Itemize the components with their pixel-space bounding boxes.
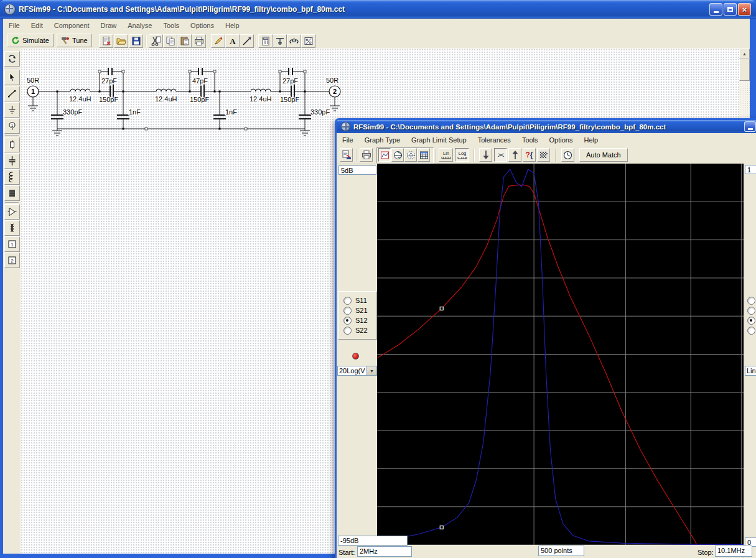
stop-frequency-field[interactable]: 10.1MHz bbox=[715, 546, 752, 557]
gmenu-graph-limit-setup[interactable]: Graph Limit Setup bbox=[406, 134, 472, 146]
gmenu-tolerances[interactable]: Tolerances bbox=[472, 134, 516, 146]
log-scale-button[interactable]: Log bbox=[455, 148, 469, 162]
scrollbar-thumb[interactable] bbox=[739, 58, 750, 81]
scale-up-button[interactable] bbox=[508, 148, 521, 162]
lin-scale-button[interactable]: Lin bbox=[439, 148, 453, 162]
left-axis-min-field[interactable]: -95dB bbox=[338, 536, 408, 546]
menu-tools[interactable]: Tools bbox=[157, 20, 185, 31]
menu-analyse[interactable]: Analyse bbox=[122, 20, 157, 31]
transmission-line-calc-button[interactable] bbox=[273, 34, 287, 48]
close-button[interactable]: × bbox=[738, 3, 751, 16]
polar-chart-button[interactable] bbox=[404, 148, 417, 162]
paste-button[interactable] bbox=[177, 34, 192, 48]
right-panel bbox=[744, 164, 756, 558]
coil-calc-button[interactable] bbox=[287, 34, 301, 48]
resistor-tool[interactable] bbox=[4, 137, 20, 152]
new-button[interactable] bbox=[99, 34, 113, 48]
main-titlebar[interactable]: RFSim99 - C:\Documents and Settings\Adam… bbox=[0, 0, 756, 19]
transformer-tool[interactable] bbox=[4, 220, 20, 236]
rotate-tool[interactable] bbox=[4, 51, 20, 67]
graph-minimize-button[interactable] bbox=[744, 121, 756, 132]
rect-graph-button[interactable] bbox=[378, 148, 391, 162]
draw-button[interactable] bbox=[211, 34, 225, 48]
calculator-button[interactable] bbox=[258, 34, 273, 48]
inductor-tool[interactable] bbox=[4, 169, 20, 185]
block2-tool[interactable]: 2 bbox=[4, 253, 20, 268]
menu-draw[interactable]: Draw bbox=[95, 20, 123, 31]
radio-s21-row[interactable]: S21 bbox=[343, 305, 368, 315]
left-axis-max-field[interactable]: 5dB bbox=[338, 165, 376, 175]
graph-print-button[interactable] bbox=[360, 148, 373, 162]
gmenu-graph-type[interactable]: Graph Type bbox=[359, 134, 406, 146]
refresh-timer-button[interactable] bbox=[561, 148, 574, 162]
right-radio-s12-row[interactable] bbox=[747, 315, 755, 325]
capacitor-tool[interactable] bbox=[4, 153, 20, 169]
radio-s11-row[interactable]: S11 bbox=[343, 295, 367, 305]
export-button[interactable] bbox=[340, 148, 353, 162]
right-radio-s11[interactable] bbox=[747, 297, 755, 305]
port-icon: 1 bbox=[7, 121, 17, 131]
table-view-button[interactable] bbox=[418, 148, 430, 162]
menu-component[interactable]: Component bbox=[49, 20, 95, 31]
scroll-up-button[interactable]: ▲ bbox=[739, 49, 750, 58]
radio-s22-row[interactable]: S22 bbox=[343, 325, 368, 335]
graph-titlebar[interactable]: RFSim99 - C:\Documents and Settings\Adam… bbox=[337, 120, 756, 133]
wire-tool[interactable] bbox=[4, 86, 20, 101]
attenuator-calc-button[interactable] bbox=[301, 34, 315, 48]
radio-s11[interactable] bbox=[343, 297, 352, 305]
menu-file[interactable]: File bbox=[3, 20, 26, 31]
tolerance-button[interactable]: ?{ bbox=[523, 148, 536, 162]
trace-marker[interactable] bbox=[440, 526, 443, 529]
radio-s21[interactable] bbox=[343, 307, 352, 315]
amplifier-tool[interactable] bbox=[4, 204, 20, 220]
gmenu-help[interactable]: Help bbox=[578, 134, 604, 146]
auto-match-button[interactable]: Auto Match bbox=[579, 148, 628, 162]
right-radio-s21[interactable] bbox=[747, 307, 755, 315]
open-folder-icon bbox=[116, 36, 126, 46]
cut-button[interactable] bbox=[149, 34, 163, 48]
menu-options[interactable]: Options bbox=[185, 20, 220, 31]
monte-carlo-button[interactable] bbox=[537, 148, 550, 162]
right-radio-s11-row[interactable] bbox=[747, 295, 755, 305]
block1-tool[interactable]: 1 bbox=[4, 236, 20, 252]
plot-area[interactable] bbox=[377, 164, 744, 545]
marker-button[interactable]: >< bbox=[494, 148, 507, 162]
radio-s12[interactable] bbox=[343, 317, 352, 325]
line-button[interactable] bbox=[240, 34, 254, 48]
points-field[interactable]: 500 points bbox=[538, 546, 584, 556]
smith-chart-button[interactable] bbox=[391, 148, 404, 162]
gmenu-file[interactable]: File bbox=[337, 134, 359, 146]
menu-edit[interactable]: Edit bbox=[26, 20, 49, 31]
open-button[interactable] bbox=[114, 34, 128, 48]
gmenu-options[interactable]: Options bbox=[544, 134, 579, 146]
sparameter-plot[interactable] bbox=[377, 164, 744, 545]
right-radio-s22[interactable] bbox=[747, 327, 755, 335]
crystal-tool[interactable] bbox=[4, 185, 20, 201]
right-radio-s21-row[interactable] bbox=[747, 305, 755, 315]
minimize-button[interactable] bbox=[709, 3, 722, 16]
start-frequency-field[interactable]: 2MHz bbox=[357, 546, 412, 557]
save-button[interactable] bbox=[129, 34, 143, 48]
radio-s22[interactable] bbox=[343, 327, 352, 335]
right-axis-max-field[interactable]: 1 bbox=[745, 165, 756, 174]
trace-marker[interactable] bbox=[440, 307, 443, 310]
right-radio-s22-row[interactable] bbox=[747, 325, 755, 335]
maximize-button[interactable] bbox=[724, 3, 737, 16]
tune-button[interactable]: Tune bbox=[57, 34, 92, 47]
print-button[interactable] bbox=[192, 34, 206, 48]
simulate-button[interactable]: Simulate bbox=[7, 34, 54, 47]
gmenu-tools[interactable]: Tools bbox=[516, 134, 544, 146]
radio-s12-row[interactable]: S12 bbox=[343, 315, 368, 325]
copy-icon bbox=[166, 36, 175, 46]
scale-down-button[interactable] bbox=[479, 148, 492, 162]
left-scale-dropdown[interactable]: 20Log(V ▼ bbox=[337, 366, 377, 376]
ground-tool[interactable] bbox=[4, 102, 20, 118]
menu-help[interactable]: Help bbox=[220, 20, 245, 31]
text-button[interactable]: A bbox=[225, 34, 240, 48]
right-radio-s12[interactable] bbox=[747, 317, 755, 325]
port-tool[interactable]: 1 bbox=[4, 118, 20, 134]
copy-button[interactable] bbox=[163, 34, 177, 48]
right-scale-dropdown[interactable]: Line bbox=[745, 366, 756, 376]
select-tool[interactable] bbox=[4, 70, 20, 85]
dropdown-arrow-icon[interactable]: ▼ bbox=[366, 366, 376, 375]
